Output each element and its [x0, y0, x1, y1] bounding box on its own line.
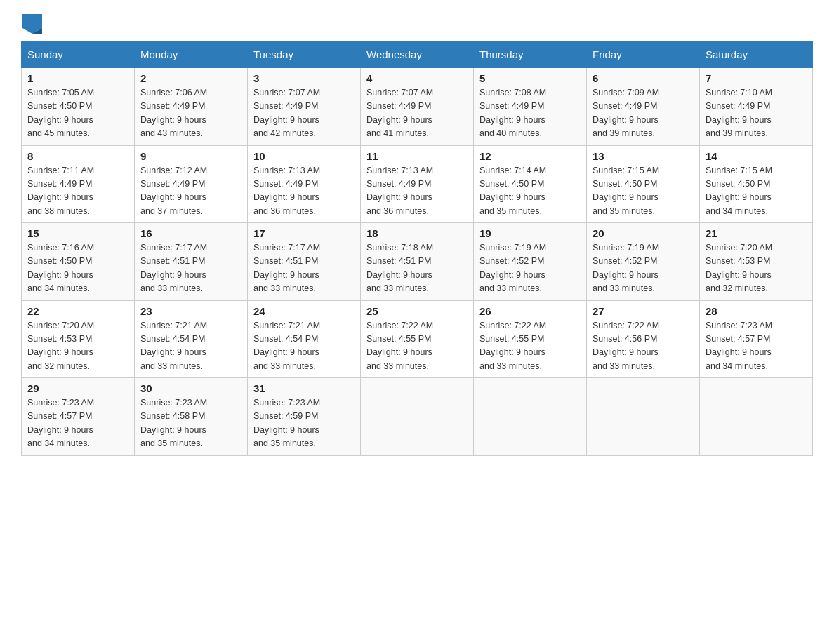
page-header	[21, 14, 813, 34]
logo	[21, 14, 42, 34]
day-number: 23	[140, 305, 241, 317]
day-info-line: Daylight: 9 hours	[253, 192, 319, 202]
weekday-header-row: SundayMondayTuesdayWednesdayThursdayFrid…	[22, 41, 813, 68]
calendar-cell: 29Sunrise: 7:23 AMSunset: 4:57 PMDayligh…	[22, 378, 135, 456]
day-info-line: Daylight: 9 hours	[706, 347, 772, 357]
day-number: 7	[706, 72, 807, 84]
weekday-header-tuesday: Tuesday	[248, 41, 361, 68]
day-info-minutes: and 41 minutes.	[366, 128, 429, 138]
day-number: 22	[27, 305, 128, 317]
day-info-minutes: and 35 minutes.	[253, 438, 316, 448]
day-info-line: Sunrise: 7:12 AM	[140, 166, 207, 175]
day-number: 24	[253, 305, 355, 317]
day-info-minutes: and 35 minutes.	[479, 206, 542, 216]
day-info-minutes: and 34 minutes.	[27, 283, 90, 293]
day-info: Sunrise: 7:09 AMSunset: 4:49 PMDaylight:…	[593, 86, 694, 141]
calendar-cell: 5Sunrise: 7:08 AMSunset: 4:49 PMDaylight…	[474, 68, 587, 146]
day-info: Sunrise: 7:23 AMSunset: 4:58 PMDaylight:…	[140, 396, 241, 451]
calendar-cell	[587, 378, 700, 456]
day-info-line: Sunrise: 7:09 AM	[593, 88, 659, 98]
day-info-line: Sunset: 4:49 PM	[140, 101, 205, 111]
day-info-line: Sunrise: 7:13 AM	[366, 166, 433, 175]
day-info-line: Daylight: 9 hours	[27, 347, 93, 357]
day-info-line: Sunrise: 7:19 AM	[479, 243, 546, 253]
day-info-minutes: and 32 minutes.	[27, 361, 90, 371]
weekday-header-thursday: Thursday	[474, 41, 587, 68]
day-number: 8	[27, 150, 128, 162]
day-info: Sunrise: 7:13 AMSunset: 4:49 PMDaylight:…	[366, 164, 468, 219]
day-info-line: Daylight: 9 hours	[366, 115, 432, 125]
day-info-line: Sunrise: 7:06 AM	[140, 88, 207, 98]
calendar-cell: 15Sunrise: 7:16 AMSunset: 4:50 PMDayligh…	[22, 223, 135, 301]
weekday-header-sunday: Sunday	[22, 41, 135, 68]
day-info-line: Sunset: 4:49 PM	[366, 179, 431, 189]
day-info-line: Sunset: 4:50 PM	[27, 101, 92, 111]
day-info-minutes: and 45 minutes.	[27, 128, 90, 138]
day-info: Sunrise: 7:22 AMSunset: 4:55 PMDaylight:…	[479, 319, 581, 374]
day-info-minutes: and 43 minutes.	[140, 128, 203, 138]
logo-icon	[22, 14, 42, 34]
day-info-line: Sunset: 4:51 PM	[366, 256, 431, 266]
day-info-line: Sunrise: 7:23 AM	[140, 398, 207, 408]
day-info: Sunrise: 7:22 AMSunset: 4:56 PMDaylight:…	[593, 319, 694, 374]
calendar-cell: 14Sunrise: 7:15 AMSunset: 4:50 PMDayligh…	[700, 145, 813, 223]
day-info-line: Sunset: 4:50 PM	[479, 179, 544, 189]
day-info-minutes: and 33 minutes.	[140, 361, 203, 371]
day-info: Sunrise: 7:18 AMSunset: 4:51 PMDaylight:…	[366, 241, 468, 296]
day-info: Sunrise: 7:16 AMSunset: 4:50 PMDaylight:…	[27, 241, 128, 296]
calendar-table: SundayMondayTuesdayWednesdayThursdayFrid…	[21, 41, 813, 456]
day-info-minutes: and 34 minutes.	[706, 206, 768, 216]
day-info-line: Sunset: 4:52 PM	[479, 256, 544, 266]
day-info-line: Daylight: 9 hours	[479, 192, 545, 202]
day-info: Sunrise: 7:22 AMSunset: 4:55 PMDaylight:…	[366, 319, 468, 374]
day-info-minutes: and 35 minutes.	[140, 438, 203, 448]
day-info-minutes: and 42 minutes.	[253, 128, 316, 138]
day-info-line: Sunset: 4:49 PM	[706, 101, 770, 111]
day-info-line: Sunset: 4:50 PM	[27, 256, 92, 266]
calendar-cell: 19Sunrise: 7:19 AMSunset: 4:52 PMDayligh…	[474, 223, 587, 301]
day-number: 14	[706, 150, 807, 162]
day-info-minutes: and 33 minutes.	[479, 283, 542, 293]
day-info-minutes: and 32 minutes.	[706, 283, 768, 293]
day-info-line: Sunset: 4:49 PM	[140, 179, 205, 189]
calendar-week-row: 15Sunrise: 7:16 AMSunset: 4:50 PMDayligh…	[22, 223, 813, 301]
day-info-line: Sunset: 4:55 PM	[479, 334, 544, 344]
day-info-minutes: and 33 minutes.	[593, 361, 655, 371]
day-number: 15	[27, 227, 128, 239]
day-info: Sunrise: 7:07 AMSunset: 4:49 PMDaylight:…	[253, 86, 355, 141]
day-info-line: Sunrise: 7:20 AM	[706, 243, 772, 253]
day-info-line: Sunset: 4:57 PM	[27, 411, 92, 421]
calendar-cell: 20Sunrise: 7:19 AMSunset: 4:52 PMDayligh…	[587, 223, 700, 301]
calendar-cell: 21Sunrise: 7:20 AMSunset: 4:53 PMDayligh…	[700, 223, 813, 301]
day-info-line: Sunrise: 7:21 AM	[253, 321, 320, 330]
day-info-line: Sunrise: 7:13 AM	[253, 166, 320, 175]
day-info: Sunrise: 7:15 AMSunset: 4:50 PMDaylight:…	[593, 164, 694, 219]
day-info-line: Sunset: 4:59 PM	[253, 411, 318, 421]
day-number: 21	[706, 227, 807, 239]
calendar-cell: 31Sunrise: 7:23 AMSunset: 4:59 PMDayligh…	[248, 378, 361, 456]
day-info-minutes: and 34 minutes.	[27, 438, 90, 448]
day-info-line: Sunset: 4:53 PM	[27, 334, 92, 344]
day-info-line: Daylight: 9 hours	[140, 270, 206, 280]
day-number: 16	[140, 227, 241, 239]
day-info: Sunrise: 7:07 AMSunset: 4:49 PMDaylight:…	[366, 86, 468, 141]
day-info-line: Sunrise: 7:21 AM	[140, 321, 207, 330]
day-number: 2	[140, 72, 241, 84]
day-info: Sunrise: 7:06 AMSunset: 4:49 PMDaylight:…	[140, 86, 241, 141]
day-info-line: Daylight: 9 hours	[593, 192, 658, 202]
calendar-cell: 26Sunrise: 7:22 AMSunset: 4:55 PMDayligh…	[474, 300, 587, 378]
calendar-week-row: 1Sunrise: 7:05 AMSunset: 4:50 PMDaylight…	[22, 68, 813, 146]
day-info-line: Sunset: 4:58 PM	[140, 411, 205, 421]
day-info-line: Sunrise: 7:15 AM	[593, 166, 659, 175]
day-number: 29	[27, 382, 128, 394]
day-info-minutes: and 39 minutes.	[706, 128, 768, 138]
day-info: Sunrise: 7:10 AMSunset: 4:49 PMDaylight:…	[706, 86, 807, 141]
day-info: Sunrise: 7:20 AMSunset: 4:53 PMDaylight:…	[27, 319, 128, 374]
day-info-line: Sunrise: 7:14 AM	[479, 166, 546, 175]
day-info-line: Daylight: 9 hours	[253, 115, 319, 125]
day-info-line: Daylight: 9 hours	[593, 270, 658, 280]
day-number: 30	[140, 382, 241, 394]
day-info-line: Daylight: 9 hours	[140, 192, 206, 202]
day-info-line: Daylight: 9 hours	[593, 115, 658, 125]
day-info-line: Sunrise: 7:23 AM	[27, 398, 94, 408]
